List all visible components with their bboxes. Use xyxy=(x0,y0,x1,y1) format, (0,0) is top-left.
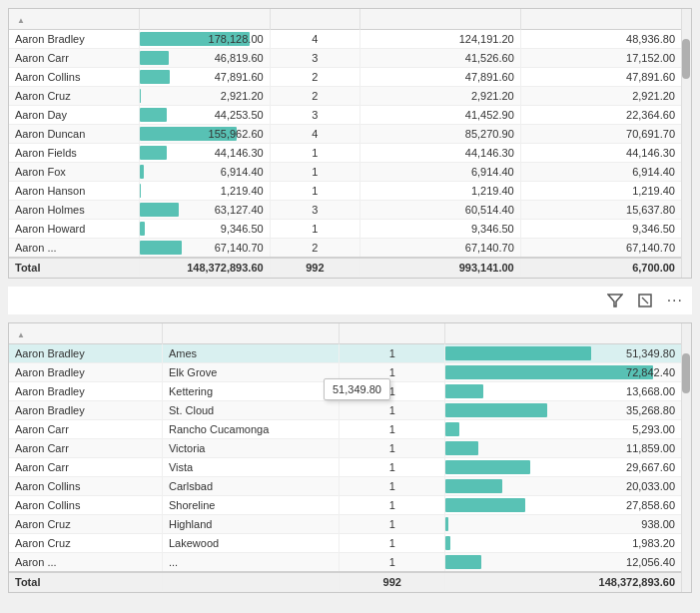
revenue-bar-cell: 29,667.60 xyxy=(445,458,681,477)
bot-scroll-thumb[interactable] xyxy=(682,353,690,393)
top2-cell: 60,514.40 xyxy=(360,201,521,220)
cities-cell: 3 xyxy=(270,201,359,220)
table-row: Aaron BradleySt. Cloud135,268.80 xyxy=(9,401,681,420)
table-row: Aaron BradleyElk Grove172,842.40 xyxy=(9,363,681,382)
more-button[interactable]: ··· xyxy=(664,290,686,311)
top-scroll-thumb[interactable] xyxy=(682,39,690,79)
bot-col-cities[interactable] xyxy=(340,323,445,344)
revenue-bar-cell: 11,859.00 xyxy=(445,439,681,458)
filter-button[interactable] xyxy=(604,291,626,310)
cities-cell: 3 xyxy=(270,49,359,68)
top-col-top2[interactable] xyxy=(360,9,521,30)
customer-name-cell: Aaron Bradley xyxy=(9,363,162,382)
revenue-bar-cell: 1,219.40 xyxy=(140,182,271,201)
table-row: Aaron Bradley178,128.004124,191.2048,936… xyxy=(9,30,681,49)
customer-name-cell: Aaron Fields xyxy=(9,144,140,163)
customer-name-cell: Aaron Howard xyxy=(9,220,140,239)
customer-name-cell: Aaron Carr xyxy=(9,439,162,458)
bot-scrollbar[interactable] xyxy=(681,323,691,592)
top2-cell: 85,270.90 xyxy=(360,125,521,144)
top-col-cities[interactable] xyxy=(270,9,359,30)
total-row: Total 992 148,372,893.60 xyxy=(9,572,681,592)
revenue-bar-cell: 9,346.50 xyxy=(140,220,271,239)
table-row: Aaron Cruz2,921.2022,921.202,921.20 xyxy=(9,87,681,106)
revenue-bar-cell: 6,914.40 xyxy=(140,163,271,182)
revenue-text: 27,858.60 xyxy=(626,499,675,511)
customer-name-cell: Aaron Cruz xyxy=(9,534,162,553)
top2-cell: 41,452.90 xyxy=(360,106,521,125)
bot-col-name[interactable] xyxy=(162,323,339,344)
top-col-customer[interactable]: ▲ xyxy=(9,9,140,30)
cities-cell: 1 xyxy=(340,534,445,553)
revenue-bar-cell: 72,842.40 xyxy=(445,363,681,382)
sort-arrow-customer: ▲ xyxy=(17,16,25,25)
bot2-cell: 2,921.20 xyxy=(520,87,681,106)
customer-name-cell: Aaron Holmes xyxy=(9,201,140,220)
table-row: Aaron ......112,056.40 xyxy=(9,553,681,573)
top2-cell: 9,346.50 xyxy=(360,220,521,239)
bot2-cell: 22,364.60 xyxy=(520,106,681,125)
bot2-cell: 9,346.50 xyxy=(520,220,681,239)
cities-cell: 1 xyxy=(270,182,359,201)
top-col-bot2[interactable] xyxy=(520,9,681,30)
table-row: Aaron BradleyAmes151,349.80 xyxy=(9,344,681,363)
top-table: ▲ Aaron Bradley178,1 xyxy=(9,9,681,278)
revenue-text: 938.00 xyxy=(641,518,675,530)
table-row: Aaron CarrVictoria111,859.00 xyxy=(9,439,681,458)
table-row: Aaron Duncan155,962.60485,270.9070,691.7… xyxy=(9,125,681,144)
expand-icon xyxy=(637,293,653,308)
expand-button[interactable] xyxy=(634,291,656,310)
filter-icon xyxy=(607,293,623,308)
customer-name-cell: Aaron Collins xyxy=(9,68,140,87)
city-name-cell: Kettering xyxy=(162,382,339,401)
cities-cell: 2 xyxy=(270,87,359,106)
bot2-cell: 67,140.70 xyxy=(520,239,681,259)
cities-cell: 1 xyxy=(340,439,445,458)
bot2-cell: 15,637.80 xyxy=(520,201,681,220)
top2-cell: 47,891.60 xyxy=(360,68,521,87)
customer-name-cell: Aaron Bradley xyxy=(9,382,162,401)
table-row: Aaron Howard9,346.5019,346.509,346.50 xyxy=(9,220,681,239)
cities-cell: 1 xyxy=(340,515,445,534)
toolbar-row: ··· xyxy=(8,287,692,314)
revenue-bar-cell: 178,128.00 xyxy=(140,30,271,49)
bot2-cell: 17,152.00 xyxy=(520,49,681,68)
table-row: Aaron BradleyKettering113,668.00 xyxy=(9,382,681,401)
city-name-cell: Lakewood xyxy=(162,534,339,553)
total-label: Total xyxy=(9,572,162,592)
customer-name-cell: Aaron Bradley xyxy=(9,30,140,49)
cities-cell: 1 xyxy=(340,382,445,401)
city-name-cell: Elk Grove xyxy=(162,363,339,382)
cities-cell: 2 xyxy=(270,239,359,259)
cities-cell: 1 xyxy=(270,144,359,163)
revenue-text: 13,668.00 xyxy=(626,385,675,397)
bot-col-revenue[interactable] xyxy=(445,323,681,344)
revenue-bar-cell: 12,056.40 xyxy=(445,553,681,573)
total-cities: 992 xyxy=(340,572,445,592)
cities-cell: 1 xyxy=(340,401,445,420)
total-city xyxy=(162,572,339,592)
top2-cell: 6,914.40 xyxy=(360,163,521,182)
table-row: Aaron Day44,253.50341,452.9022,364.60 xyxy=(9,106,681,125)
table-row: Aaron Fox6,914.4016,914.406,914.40 xyxy=(9,163,681,182)
top-scrollbar[interactable] xyxy=(681,9,691,278)
customer-name-cell: Aaron Fox xyxy=(9,163,140,182)
revenue-text: 20,033.00 xyxy=(626,480,675,492)
top-col-revenue[interactable] xyxy=(140,9,271,30)
revenue-bar-cell: 44,253.50 xyxy=(140,106,271,125)
customer-name-cell: Aaron Duncan xyxy=(9,125,140,144)
total-cities: 992 xyxy=(270,258,359,278)
city-name-cell: ... xyxy=(162,553,339,573)
customer-name-cell: Aaron Collins xyxy=(9,477,162,496)
top2-cell: 1,219.40 xyxy=(360,182,521,201)
top2-cell: 67,140.70 xyxy=(360,239,521,259)
bot-col-customer[interactable]: ▲ xyxy=(9,323,162,344)
top2-cell: 44,146.30 xyxy=(360,144,521,163)
table-row: Aaron CruzHighland1938.00 xyxy=(9,515,681,534)
top2-cell: 124,191.20 xyxy=(360,30,521,49)
customer-name-cell: Aaron ... xyxy=(9,239,140,259)
svg-line-2 xyxy=(642,298,648,304)
bot2-cell: 1,219.40 xyxy=(520,182,681,201)
revenue-bar-cell: 5,293.00 xyxy=(445,420,681,439)
cities-cell: 1 xyxy=(340,344,445,363)
